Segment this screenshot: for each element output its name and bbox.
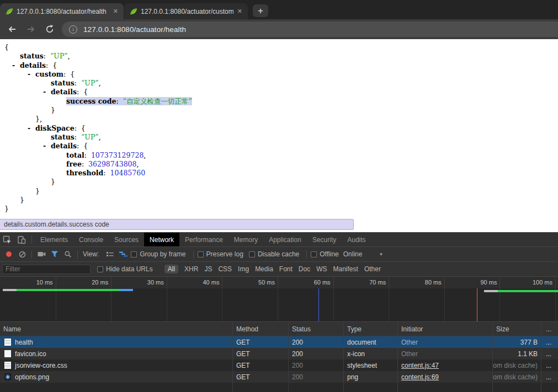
- column-header-size[interactable]: Size: [493, 322, 541, 336]
- devtools-tab-elements[interactable]: Elements: [35, 233, 73, 246]
- record-button[interactable]: [2, 251, 15, 257]
- json-property: }: [20, 196, 24, 204]
- preserve-log-checkbox[interactable]: [198, 251, 204, 257]
- collapse-toggle-icon[interactable]: -: [28, 70, 30, 79]
- inspect-element-icon[interactable]: [0, 233, 14, 246]
- request-waterfall-cell: ...: [541, 371, 558, 383]
- divider: [306, 250, 307, 259]
- json-value: “UP”: [50, 52, 68, 60]
- list-view-icon[interactable]: [103, 251, 116, 257]
- request-name-cell: options.png: [0, 371, 233, 383]
- browser-tab-health[interactable]: 127.0.0.1:8080/actuator/health ✕: [0, 3, 124, 19]
- filter-chip-doc[interactable]: Doc: [299, 265, 310, 273]
- json-punctuation: :: [75, 133, 81, 141]
- filter-chip-xhr[interactable]: XHR: [184, 265, 198, 273]
- request-name-cell: health: [0, 336, 233, 348]
- network-overview[interactable]: 10 ms20 ms30 ms40 ms50 ms60 ms70 ms80 ms…: [0, 277, 558, 321]
- clear-button[interactable]: [15, 251, 29, 258]
- column-header-type[interactable]: Type: [344, 322, 398, 336]
- column-header-[interactable]: ...: [541, 322, 558, 336]
- request-name-cell: jsonview-core.css: [0, 359, 233, 371]
- page-content: {status: “UP”,-details: {-custom: {statu…: [0, 39, 558, 232]
- devtools-tab-memory[interactable]: Memory: [228, 233, 263, 246]
- navigation-toolbar: i 127.0.0.1:8080/actuator/health: [0, 19, 558, 39]
- offline-checkbox[interactable]: [311, 251, 317, 257]
- page-info-icon[interactable]: i: [69, 25, 77, 34]
- filter-chip-css[interactable]: CSS: [218, 265, 232, 273]
- tab-close-icon[interactable]: ✕: [112, 7, 119, 15]
- json-key: total: [66, 151, 84, 159]
- hide-data-urls-checkbox[interactable]: [97, 266, 103, 272]
- network-request-row[interactable]: jsonview-core.cssGET200stylesheetcontent…: [0, 359, 558, 371]
- json-property: diskSpace: {: [35, 124, 86, 132]
- devtools-tab-performance[interactable]: Performance: [179, 233, 228, 246]
- json-property: status: “UP”,: [51, 79, 101, 87]
- filter-input[interactable]: [2, 265, 91, 274]
- filter-chip-all[interactable]: All: [164, 265, 178, 273]
- filter-chip-ws[interactable]: WS: [316, 265, 327, 273]
- filter-chip-font[interactable]: Font: [279, 265, 293, 273]
- empty-cell: [493, 383, 541, 392]
- forward-button[interactable]: [26, 24, 36, 34]
- back-button[interactable]: [7, 24, 17, 34]
- throttling-select[interactable]: Online: [343, 250, 363, 258]
- column-header-method[interactable]: Method: [233, 322, 289, 336]
- json-property: }: [4, 205, 9, 213]
- chevron-down-icon[interactable]: ▼: [379, 252, 383, 257]
- devtools-tab-application[interactable]: Application: [263, 233, 307, 246]
- devtools-tab-network[interactable]: Network: [144, 233, 179, 246]
- disable-cache-checkbox[interactable]: [249, 251, 255, 257]
- new-tab-button[interactable]: +: [253, 4, 268, 17]
- filter-funnel-icon[interactable]: [48, 251, 61, 257]
- filter-chip-js[interactable]: JS: [204, 265, 212, 273]
- overview-bar-segment: [3, 289, 17, 291]
- view-label: View:: [83, 250, 99, 258]
- search-icon[interactable]: [61, 250, 75, 258]
- waterfall-overview-icon[interactable]: [116, 251, 130, 257]
- json-line: }: [0, 106, 192, 115]
- collapse-toggle-icon[interactable]: -: [12, 61, 15, 70]
- json-punctuation: ,: [99, 133, 101, 141]
- refresh-button[interactable]: [45, 24, 55, 34]
- json-punctuation: :: [82, 160, 88, 168]
- tab-close-icon[interactable]: ✕: [236, 7, 243, 15]
- filter-chip-manifest[interactable]: Manifest: [333, 265, 358, 273]
- device-toolbar-icon[interactable]: [14, 233, 29, 246]
- json-property: details: {: [51, 142, 88, 150]
- request-waterfall-cell: ...: [541, 348, 558, 359]
- tab-title: 127.0.0.1:8080/actuator/health: [17, 8, 109, 15]
- address-bar[interactable]: i 127.0.0.1:8080/actuator/health: [62, 22, 558, 37]
- network-request-row[interactable]: favicon.icoGET200x-iconOther1.1 KB...: [0, 348, 558, 359]
- initiator-link[interactable]: content.js:47: [401, 362, 439, 369]
- filter-chip-img[interactable]: Img: [238, 265, 249, 273]
- json-punctuation: :: [44, 52, 50, 60]
- collapse-toggle-icon[interactable]: -: [28, 124, 30, 133]
- ruler-tick-label: 100 ms: [533, 279, 555, 286]
- table-header-row: NameMethodStatusTypeInitiatorSize...: [0, 322, 558, 336]
- request-type-cell: document: [344, 336, 398, 348]
- column-header-initiator[interactable]: Initiator: [398, 322, 493, 336]
- empty-cell: [541, 383, 558, 392]
- json-property: total: 107373129728,: [66, 151, 146, 159]
- json-property: }: [35, 187, 40, 195]
- browser-tab-custom[interactable]: 127.0.0.1:8080/actuator/custom ✕: [124, 3, 248, 19]
- column-header-name[interactable]: Name: [0, 322, 233, 336]
- document-file-icon: [4, 362, 11, 369]
- initiator-link[interactable]: content.js:69: [401, 373, 439, 381]
- network-toolbar: View: Group by frame Preserve log Disabl…: [0, 247, 558, 262]
- request-name-cell: favicon.ico: [0, 348, 233, 359]
- devtools-tab-security[interactable]: Security: [307, 233, 342, 246]
- filter-chip-media[interactable]: Media: [255, 265, 273, 273]
- collapse-toggle-icon[interactable]: -: [43, 88, 46, 96]
- devtools-tab-sources[interactable]: Sources: [109, 233, 144, 246]
- json-punctuation: :: [84, 151, 91, 159]
- column-header-status[interactable]: Status: [289, 322, 344, 336]
- capture-screenshots-icon[interactable]: [35, 251, 48, 257]
- group-by-frame-checkbox[interactable]: [131, 251, 137, 257]
- collapse-toggle-icon[interactable]: -: [43, 142, 46, 151]
- network-request-row[interactable]: options.pngGET200pngcontent.js:69(from d…: [0, 371, 558, 383]
- network-request-row[interactable]: healthGET200documentOther377 B...: [0, 336, 558, 348]
- devtools-tab-audits[interactable]: Audits: [342, 233, 371, 246]
- devtools-tab-console[interactable]: Console: [73, 233, 109, 246]
- filter-chip-other[interactable]: Other: [364, 265, 381, 273]
